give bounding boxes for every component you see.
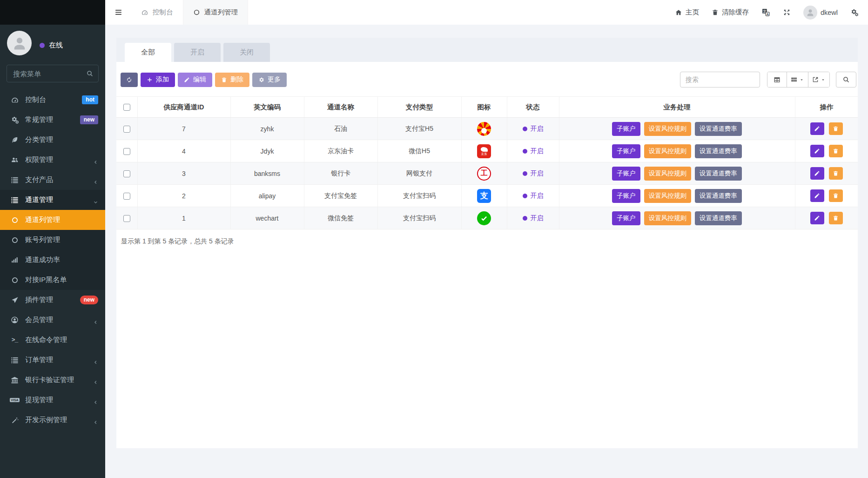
edit-button[interactable]: 编辑: [178, 73, 212, 87]
sidebar-item-console[interactable]: 控制台 hot: [0, 90, 105, 110]
sidebar-item-label: 在线命令管理: [25, 336, 67, 344]
chevron-left-icon: [93, 397, 98, 403]
tab-closed[interactable]: 关闭: [223, 43, 270, 62]
sidebar-item-label: 插件管理: [25, 296, 53, 304]
risk-rule-button[interactable]: 设置风控规则: [644, 211, 691, 225]
channel-fee-button[interactable]: 设置通道费率: [695, 211, 742, 225]
sidebar-item-member[interactable]: 会员管理: [0, 310, 105, 330]
sidebar-item-withdraw[interactable]: VISA 提现管理: [0, 390, 105, 410]
magic-wand-icon: [10, 416, 19, 424]
channel-fee-button[interactable]: 设置通道费率: [695, 144, 742, 158]
sidebar-search: [7, 65, 99, 82]
trash-icon: [833, 170, 839, 176]
risk-rule-button[interactable]: 设置风控规则: [644, 167, 691, 181]
sidebar-item-plugin[interactable]: 插件管理 new: [0, 290, 105, 310]
row-delete-button[interactable]: [829, 167, 843, 180]
fullscreen-button[interactable]: [783, 8, 791, 16]
sidebar-item-account-list[interactable]: 账号列管理: [0, 230, 105, 250]
sidebar-item-bankcard[interactable]: 银行卡验证管理: [0, 370, 105, 390]
add-button[interactable]: 添加: [141, 73, 175, 87]
user-menu[interactable]: dkewl: [803, 6, 838, 20]
home-label: 主页: [686, 8, 699, 17]
toolbar: 添加 编辑 删除 更多: [116, 72, 858, 88]
header-status: 状态: [507, 97, 559, 118]
row-delete-button[interactable]: [829, 122, 843, 135]
settings-button[interactable]: [850, 8, 859, 17]
row-delete-button[interactable]: [829, 189, 843, 202]
username: dkewl: [821, 9, 838, 16]
sidebar-item-online-cmd[interactable]: >_ 在线命令管理: [0, 330, 105, 350]
row-edit-button[interactable]: [810, 145, 824, 157]
row-edit-button[interactable]: [810, 167, 824, 180]
sidebar-item-ip-blacklist[interactable]: 对接IP黑名单: [0, 270, 105, 290]
status-badge: 开启: [523, 192, 544, 200]
sidebar-item-channel-rate[interactable]: 通道成功率: [0, 250, 105, 270]
cell-name: 石油: [304, 118, 377, 140]
tab-all[interactable]: 全部: [125, 43, 171, 62]
row-checkbox[interactable]: [123, 193, 130, 200]
tab-open[interactable]: 开启: [174, 43, 221, 62]
leaf-icon: [10, 136, 19, 144]
sub-account-button[interactable]: 子账户: [612, 122, 640, 136]
view-button-group: [767, 72, 830, 88]
sidebar-item-order[interactable]: 订单管理: [0, 350, 105, 370]
search-submit-button[interactable]: [836, 72, 856, 88]
cell-supplier-id: 2: [137, 185, 230, 207]
gear-icon: [258, 77, 264, 83]
sidebar-item-channel[interactable]: 通道管理: [0, 190, 105, 210]
toolbar-right: [680, 72, 856, 88]
translate-icon: [761, 8, 770, 17]
user-avatar: [803, 6, 817, 20]
sidebar-item-label: 支付产品: [25, 175, 53, 184]
sub-account-button[interactable]: 子账户: [612, 211, 640, 225]
sidebar-item-category[interactable]: 分类管理: [0, 130, 105, 150]
cell-code: Jdyk: [230, 140, 304, 162]
table-row: 3 banksms 银行卡 网银支付 工 开启 子账户 设置风控规则 设置通道费…: [116, 162, 858, 185]
more-button[interactable]: 更多: [252, 73, 287, 87]
cell-pay-type: 网银支付: [377, 162, 461, 185]
sidebar-item-pay-product[interactable]: 支付产品: [0, 170, 105, 190]
delete-button[interactable]: 删除: [215, 73, 249, 87]
row-checkbox[interactable]: [123, 126, 130, 133]
sidebar-item-dev-demo[interactable]: 开发示例管理: [0, 410, 105, 430]
columns-button[interactable]: [787, 72, 808, 87]
risk-rule-button[interactable]: 设置风控规则: [644, 144, 691, 158]
sidebar-item-label: 银行卡验证管理: [25, 376, 74, 384]
row-delete-button[interactable]: [829, 212, 843, 224]
row-checkbox[interactable]: [123, 215, 130, 222]
row-edit-button[interactable]: [810, 122, 824, 135]
sub-account-button[interactable]: 子账户: [612, 189, 640, 203]
cell-name: 微信免签: [304, 207, 377, 229]
toggle-view-button[interactable]: [767, 72, 787, 87]
channel-fee-button[interactable]: 设置通道费率: [695, 167, 742, 181]
home-link[interactable]: 主页: [675, 8, 699, 17]
sub-account-button[interactable]: 子账户: [612, 167, 640, 181]
tab-channel-list[interactable]: 通道列管理: [183, 0, 249, 25]
tab-console[interactable]: 控制台: [131, 0, 183, 25]
refresh-button[interactable]: [121, 73, 138, 87]
row-checkbox[interactable]: [123, 148, 130, 155]
sub-account-button[interactable]: 子账户: [612, 144, 640, 158]
channel-fee-button[interactable]: 设置通道费率: [695, 189, 742, 203]
row-edit-button[interactable]: [810, 189, 824, 202]
sidebar-toggle-button[interactable]: [105, 0, 131, 25]
select-all-checkbox[interactable]: [123, 104, 130, 111]
export-button[interactable]: [808, 72, 829, 87]
table-search-input[interactable]: [680, 72, 760, 88]
row-edit-button[interactable]: [810, 212, 824, 224]
refresh-icon: [126, 77, 132, 83]
sidebar-item-permission[interactable]: 权限管理: [0, 150, 105, 170]
risk-rule-button[interactable]: 设置风控规则: [644, 122, 691, 136]
cell-pay-type: 支付宝H5: [377, 118, 461, 140]
clear-cache-link[interactable]: 清除缓存: [712, 8, 749, 17]
sidebar-search-input[interactable]: [7, 65, 99, 82]
language-button[interactable]: [761, 8, 770, 17]
channel-fee-button[interactable]: 设置通道费率: [695, 122, 742, 136]
top-navbar: 控制台 通道列管理 主页 清除缓存 dkewl: [105, 0, 868, 25]
sidebar-item-general[interactable]: 常规管理 new: [0, 110, 105, 130]
risk-rule-button[interactable]: 设置风控规则: [644, 189, 691, 203]
row-delete-button[interactable]: [829, 145, 843, 157]
status-dot-icon: [523, 149, 527, 154]
row-checkbox[interactable]: [123, 170, 130, 177]
sidebar-item-channel-list[interactable]: 通道列管理: [0, 210, 105, 230]
